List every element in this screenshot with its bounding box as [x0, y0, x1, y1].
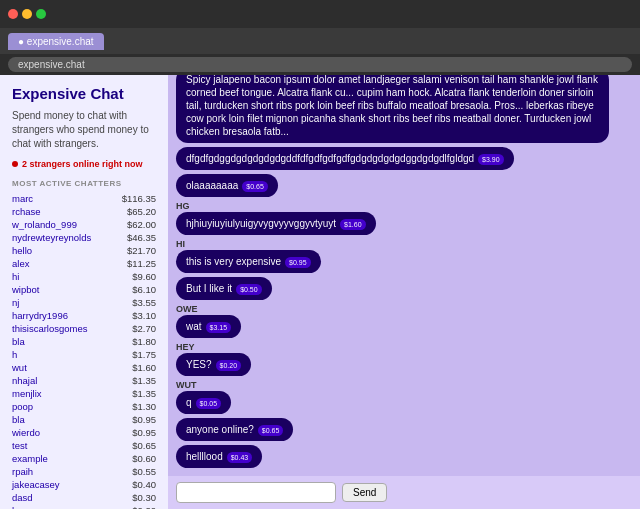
address-bar[interactable]: expensive.chat [8, 57, 632, 72]
chatter-name[interactable]: thisiscarlosgomes [12, 323, 88, 334]
chatter-name[interactable]: hello [12, 245, 32, 256]
table-row: But I like it$0.50 [176, 277, 632, 300]
chatter-name[interactable]: example [12, 453, 48, 464]
table-row: HGhjhiuyiuyiulyuigyvygvyyvggyvtyuyt$1.60 [176, 201, 632, 235]
chatter-name[interactable]: hey [12, 505, 27, 509]
list-item: hey$0.20 [12, 504, 156, 509]
message-bubble: q$0.05 [176, 391, 231, 414]
chat-input[interactable] [176, 482, 336, 503]
chatter-name[interactable]: wierdo [12, 427, 40, 438]
sidebar-subtitle: Spend money to chat with strangers who s… [12, 109, 156, 151]
send-button[interactable]: Send [342, 483, 387, 502]
section-header: MOST ACTIVE CHATTERS [12, 179, 156, 188]
cost-badge: $0.20 [216, 360, 242, 371]
chatter-amount: $2.70 [132, 323, 156, 334]
table-row: Spicy jalapeno bacon ipsum dolor amet la… [176, 75, 632, 143]
table-row: WUTq$0.05 [176, 380, 632, 414]
chatter-amount: $46.35 [127, 232, 156, 243]
sender-label: HI [176, 239, 632, 249]
chatter-amount: $11.25 [127, 258, 156, 269]
list-item: menjlix$1.35 [12, 387, 156, 400]
sender-label: HEY [176, 342, 632, 352]
cost-badge: $3.90 [478, 154, 504, 165]
chatter-name[interactable]: bla [12, 414, 25, 425]
cost-badge: $0.95 [285, 257, 311, 268]
sender-label: OWE [176, 304, 632, 314]
main-layout: Expensive Chat Spend money to chat with … [0, 75, 640, 509]
maximize-button[interactable] [36, 9, 46, 19]
chatter-amount: $116.35 [122, 193, 156, 204]
table-row: HIthis is very expensive$0.95 [176, 239, 632, 273]
cost-badge: $0.65 [258, 425, 284, 436]
list-item: test$0.65 [12, 439, 156, 452]
list-item: harrydry1996$3.10 [12, 309, 156, 322]
list-item: bla$1.80 [12, 335, 156, 348]
chatter-name[interactable]: rchase [12, 206, 41, 217]
chatter-name[interactable]: nhajal [12, 375, 37, 386]
list-item: hello$21.70 [12, 244, 156, 257]
chatter-amount: $1.75 [132, 349, 156, 360]
active-tab[interactable]: ● expensive.chat [8, 33, 104, 50]
chatter-name[interactable]: w_rolando_999 [12, 219, 77, 230]
close-button[interactable] [8, 9, 18, 19]
chatter-name[interactable]: jakeacasey [12, 479, 60, 490]
chatter-name[interactable]: marc [12, 193, 33, 204]
sidebar-title: Expensive Chat [12, 85, 156, 103]
list-item: hi$9.60 [12, 270, 156, 283]
list-item: thisiscarlosgomes$2.70 [12, 322, 156, 335]
sender-label: WUT [176, 380, 632, 390]
tab-bar: ● expensive.chat [0, 28, 640, 54]
chatter-name[interactable]: harrydry1996 [12, 310, 68, 321]
chatter-amount: $0.30 [132, 492, 156, 503]
chatter-name[interactable]: hi [12, 271, 19, 282]
chatter-name[interactable]: h [12, 349, 17, 360]
chatter-amount: $6.10 [132, 284, 156, 295]
message-bubble: anyone online?$0.65 [176, 418, 293, 441]
table-row: HEYYES?$0.20 [176, 342, 632, 376]
list-item: jakeacasey$0.40 [12, 478, 156, 491]
chatter-name[interactable]: nydrewteyreynolds [12, 232, 91, 243]
chatter-name[interactable]: dasd [12, 492, 33, 503]
browser-chrome [0, 0, 640, 28]
chatter-name[interactable]: rpaih [12, 466, 33, 477]
chatter-list: marc$116.35rchase$65.20w_rolando_999$62.… [12, 192, 156, 509]
table-row: OWEwat$3.15 [176, 304, 632, 338]
list-item: dasd$0.30 [12, 491, 156, 504]
table-row: dfgdfgdggdgdgdgdgdgddfdfgdfgdfgdfgdgdgdg… [176, 147, 632, 170]
message-bubble: this is very expensive$0.95 [176, 250, 321, 273]
chatter-amount: $0.20 [132, 505, 156, 509]
minimize-button[interactable] [22, 9, 32, 19]
chatter-amount: $0.55 [132, 466, 156, 477]
address-bar-row: expensive.chat [0, 54, 640, 75]
cost-badge: $3.15 [206, 322, 232, 333]
traffic-lights [8, 9, 46, 19]
chatter-name[interactable]: wipbot [12, 284, 39, 295]
chatter-amount: $65.20 [127, 206, 156, 217]
message-bubble: hjhiuyiuyiulyuigyvygvyyvggyvtyuyt$1.60 [176, 212, 376, 235]
list-item: wierdo$0.95 [12, 426, 156, 439]
chatter-name[interactable]: poop [12, 401, 33, 412]
messages-container: MNhhhhhhhhhhhhhhhhhhhhhhhhhhhhhhhhhhhhhh… [168, 75, 640, 476]
chatter-amount: $21.70 [127, 245, 156, 256]
chatter-name[interactable]: wut [12, 362, 27, 373]
message-bubble: wat$3.15 [176, 315, 241, 338]
message-bubble: dfgdfgdggdgdgdgdgdgddfdfgdfgdfgdfgdgdgdg… [176, 147, 514, 170]
list-item: wut$1.60 [12, 361, 156, 374]
chatter-amount: $62.00 [127, 219, 156, 230]
message-bubble: olaaaaaaaa$0.65 [176, 174, 278, 197]
list-item: nj$3.55 [12, 296, 156, 309]
chatter-name[interactable]: test [12, 440, 27, 451]
chatter-name[interactable]: nj [12, 297, 19, 308]
chatter-amount: $3.10 [132, 310, 156, 321]
chatter-amount: $1.35 [132, 388, 156, 399]
message-bubble: But I like it$0.50 [176, 277, 272, 300]
chatter-name[interactable]: menjlix [12, 388, 42, 399]
chatter-amount: $3.55 [132, 297, 156, 308]
chatter-name[interactable]: bla [12, 336, 25, 347]
chatter-name[interactable]: alex [12, 258, 29, 269]
table-row: olaaaaaaaa$0.65 [176, 174, 632, 197]
list-item: wipbot$6.10 [12, 283, 156, 296]
message-bubble: hellllood$0.43 [176, 445, 262, 468]
list-item: alex$11.25 [12, 257, 156, 270]
chatter-amount: $1.60 [132, 362, 156, 373]
